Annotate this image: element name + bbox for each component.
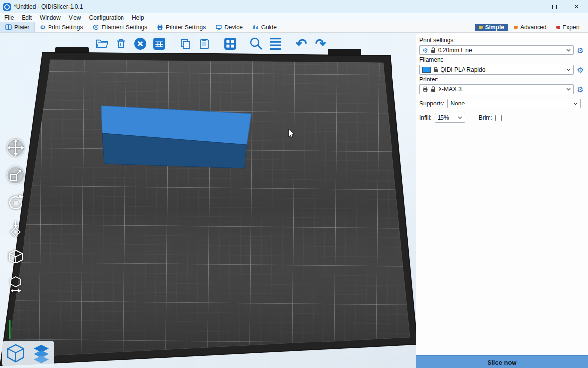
mode-simple[interactable]: Simple [475,24,508,31]
tab-device[interactable]: Device [211,22,247,32]
print-bed-plate [7,60,410,358]
rotate-icon [6,193,25,212]
supports-label: Supports: [419,100,444,107]
mode-advanced[interactable]: Advanced [510,24,550,31]
menu-help[interactable]: Help [128,13,148,22]
copy-button[interactable] [177,35,194,52]
gizmo-toolbar [5,137,26,296]
lock-icon [431,47,436,53]
tab-print-settings[interactable]: ⚙ Print Settings [35,22,88,32]
cut-gizmo-button[interactable] [5,247,26,268]
search-button[interactable] [248,35,265,52]
print-settings-combo[interactable]: ⚙ 0.20mm Fine [419,45,574,55]
filament-color-swatch [422,67,431,73]
arrange-button[interactable] [151,35,168,52]
tab-filament-settings[interactable]: Filament Settings [88,22,152,32]
gear-icon: ⚙ [422,47,428,53]
brim-checkbox[interactable] [495,115,502,121]
infill-combo[interactable]: 15% [435,113,465,123]
menu-edit[interactable]: Edit [18,13,36,22]
qidislicer-window: *Untitled - QIDISlicer-1.0.1 × File Edit… [0,0,588,368]
split-objects-icon [224,37,237,50]
preview-button[interactable] [30,342,52,365]
minimize-button[interactable] [521,0,543,13]
guide-icon [252,24,259,30]
tab-printer-settings[interactable]: Printer Settings [152,22,211,32]
tab-label: Plater [14,24,29,31]
delete-all-button[interactable] [132,35,148,52]
variable-layer-height-button[interactable] [267,35,284,52]
filament-combo[interactable]: QIDI PLA Rapido [419,65,574,75]
printer-icon [157,24,163,30]
redo-icon: ↷ [315,37,326,51]
arrange-icon [153,37,166,50]
window-controls: × [521,0,588,13]
place-on-face-gizmo-button[interactable] [5,219,26,241]
copy-icon [179,38,191,50]
slice-now-button[interactable]: Slice now [416,355,588,368]
paste-icon [198,38,210,50]
close-icon: × [574,3,579,11]
print-settings-tab-icon: ⚙ [40,24,46,30]
search-icon [249,37,263,51]
printer-combo[interactable]: X-MAX 3 [419,84,574,94]
cut-icon [6,248,25,267]
folder-open-icon [96,38,108,50]
move-gizmo-button[interactable] [5,137,26,158]
chevron-down-icon [573,102,578,105]
tab-plater[interactable]: Plater [0,22,35,32]
mode-label: Advanced [520,24,546,31]
tab-label: Device [224,24,243,31]
supports-combo[interactable]: None [447,99,581,108]
open-file-button[interactable] [94,35,110,52]
chevron-down-icon [566,68,571,71]
menu-configuration[interactable]: Configuration [85,13,128,22]
printer-gear-button[interactable]: ⚙ [576,86,585,93]
infill-value: 15% [438,114,449,121]
lock-icon [433,67,438,73]
plater-toolbar: ↶ ↷ [94,35,329,52]
delete-button[interactable] [113,35,129,52]
printer-icon [422,86,428,92]
mode-expert[interactable]: Expert [552,24,584,31]
measure-icon [6,275,25,295]
title-bar: *Untitled - QIDISlicer-1.0.1 × [0,0,588,13]
rotate-gizmo-button[interactable] [5,192,26,213]
trash-icon [115,38,127,50]
undo-button[interactable]: ↶ [293,35,310,52]
menu-view[interactable]: View [65,13,85,22]
print-settings-label: Print settings: [419,37,585,44]
tab-label: Guide [261,24,277,31]
3d-viewport[interactable]: ↶ ↷ [0,33,416,368]
editor-view-button[interactable] [4,342,27,365]
filament-value: QIDI PLA Rapido [441,66,485,73]
menu-window[interactable]: Window [36,13,65,22]
print-settings-gear-button[interactable]: ⚙ [576,47,585,54]
lock-icon [431,86,436,92]
filament-spool-icon [93,24,99,30]
close-button[interactable]: × [565,0,588,13]
delete-all-icon [134,37,147,50]
split-objects-button[interactable] [222,35,239,52]
mode-selector: Simple Advanced Expert [475,22,588,32]
tab-guide[interactable]: Guide [247,22,282,32]
maximize-button[interactable] [543,0,565,13]
tab-bar: Plater ⚙ Print Settings Filament Setting… [0,22,588,33]
settings-sidebar: Print settings: ⚙ 0.20mm Fine ⚙ Filament… [416,33,588,368]
menu-file[interactable]: File [0,13,18,22]
advanced-mode-dot-icon [514,26,518,29]
move-icon [6,138,25,158]
preview-layers-icon [30,343,52,365]
3d-editor-view-icon [5,343,26,365]
model-box-object[interactable] [101,106,251,168]
measure-gizmo-button[interactable] [5,274,26,296]
tab-label: Print Settings [48,24,83,31]
tab-label: Filament Settings [101,24,147,31]
paste-button[interactable] [196,35,213,52]
scale-gizmo-button[interactable] [5,164,26,186]
filament-gear-button[interactable]: ⚙ [576,66,585,74]
scale-icon [6,165,25,185]
redo-button[interactable]: ↷ [312,35,329,52]
tab-label: Printer Settings [166,24,206,31]
chevron-down-icon [458,116,462,119]
